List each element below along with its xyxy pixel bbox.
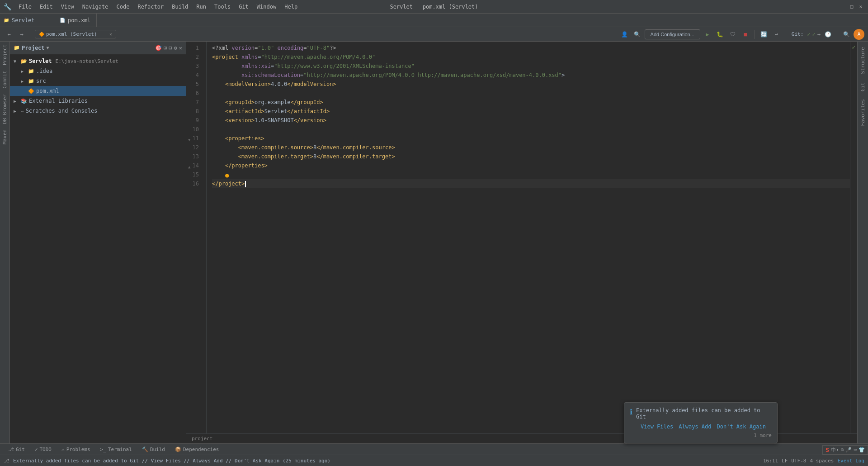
build-tab-label: Build (150, 447, 165, 452)
right-tab-git[interactable]: Git (858, 79, 868, 95)
menu-bar: 🔧 File Edit View Navigate Code Refactor … (4, 2, 301, 12)
close-button[interactable]: ✕ (857, 3, 864, 10)
code-line-12-content: <maven.compiler.source>8</maven.compiler… (212, 143, 395, 152)
fold-icon-14[interactable]: ▲ (188, 162, 190, 171)
run-button[interactable]: ▶ (702, 29, 713, 40)
event-log-label[interactable]: Event Log (837, 458, 864, 464)
bottom-tab-git[interactable]: ⎇ Git (4, 445, 29, 454)
collapse-all-icon[interactable]: ⊟ (169, 45, 172, 51)
line-num-11: ▼ 11 (186, 134, 203, 143)
fold-icon-11[interactable]: ▼ (188, 135, 190, 144)
indent-setting[interactable]: 4 spaces (810, 458, 834, 464)
right-tab-structure[interactable]: Structure (858, 43, 868, 78)
minimize-button[interactable]: — (839, 3, 846, 10)
menu-code[interactable]: Code (113, 2, 133, 12)
bottom-tab-todo[interactable]: ✓ TODO (30, 445, 56, 454)
maximize-button[interactable]: □ (848, 3, 855, 10)
tree-item-src[interactable]: ▶ 📁 src (10, 76, 186, 86)
menu-build[interactable]: Build (168, 2, 192, 12)
menu-refactor[interactable]: Refactor (134, 2, 167, 12)
encoding[interactable]: UTF-8 (791, 458, 806, 464)
revert-button[interactable]: ↩ (771, 29, 782, 40)
menu-edit[interactable]: Edit (36, 2, 57, 12)
line-num-4: 4 (186, 71, 203, 80)
left-panel-project[interactable]: Project (0, 42, 9, 68)
menu-navigate[interactable]: Navigate (79, 2, 112, 12)
menu-tools[interactable]: Tools (211, 2, 234, 12)
menu-help[interactable]: Help (281, 2, 301, 12)
code-line-9: <version>1.0-SNAPSHOT</version> (212, 116, 850, 125)
view-files-link[interactable]: View Files (641, 423, 673, 430)
menu-run[interactable]: Run (193, 2, 210, 12)
tree-item-servlet-root[interactable]: ▼ 📂 Servlet E:\java-notes\Servlet (10, 56, 186, 66)
dont-ask-link[interactable]: Don't Ask Again (717, 423, 766, 430)
tree-item-scratches[interactable]: ▶ ✏ Scratches and Consoles (10, 106, 186, 116)
emoji-icon: ☺ (841, 447, 844, 453)
find-button[interactable]: 🔍 (841, 29, 852, 40)
code-editor[interactable]: <?xml version="1.0" encoding="UTF-8"?> <… (207, 42, 850, 433)
status-message: Externally added files can be added to G… (13, 458, 760, 464)
code-container[interactable]: 1 2 3 4 5 6 7 8 9 10 ▼ 11 12 13 ▲ 14 (186, 42, 857, 433)
bottom-tab-problems[interactable]: ⚠ Problems (57, 445, 95, 454)
project-tab[interactable]: 📁 Servlet (0, 14, 54, 27)
open-tab-indicator[interactable]: 🔶 pom.xml (Servlet) ✕ (35, 30, 116, 38)
line-num-15: 15 (186, 170, 203, 179)
shirt-icon: 👕 (859, 447, 865, 453)
code-line-1-content: <?xml version="1.0" encoding="UTF-8"?> (212, 43, 336, 52)
hide-panel-icon[interactable]: ✕ (179, 45, 182, 51)
right-tab-favorites[interactable]: Favorites (858, 95, 868, 130)
line-num-14: ▲ 14 (186, 161, 203, 170)
menu-file[interactable]: File (15, 2, 35, 12)
update-button[interactable]: 🔄 (759, 29, 769, 40)
line-num-16: 16 (186, 179, 203, 188)
locate-icon[interactable]: 🎯 (155, 45, 162, 51)
main-toolbar: ← → 🔶 pom.xml (Servlet) ✕ 👤 🔍 Add Config… (0, 27, 868, 42)
code-line-2-content: <project xmlns="http://maven.apache.org/… (212, 52, 375, 62)
stop-button[interactable]: ■ (740, 29, 751, 40)
user-icon[interactable]: 👤 (619, 29, 630, 40)
code-line-3-content: xmlns:xsi="http://www.w3.org/2001/XMLSch… (212, 62, 415, 71)
forward-button[interactable]: → (16, 29, 27, 40)
menu-window[interactable]: Window (253, 2, 280, 12)
close-tab-icon[interactable]: ✕ (109, 32, 112, 37)
notification-actions: View Files Always Add Don't Ask Again (630, 423, 772, 430)
left-panel-commit[interactable]: Commit (0, 68, 9, 91)
code-line-3: xmlns:xsi="http://www.w3.org/2001/XMLSch… (212, 62, 850, 71)
bottom-tab-build[interactable]: 🔨 Build (137, 445, 170, 454)
tree-item-external-libs[interactable]: ▶ 📚 External Libraries (10, 96, 186, 106)
code-line-16: </project> (212, 179, 850, 188)
notification-more[interactable]: 1 more (630, 433, 772, 438)
tree-item-pom[interactable]: 🔶 pom.xml (10, 86, 186, 96)
notification-info-icon: ℹ (630, 408, 632, 416)
project-tab-icon: 📁 (4, 18, 9, 23)
left-panel-maven[interactable]: Maven (0, 127, 9, 147)
status-bar: ⎇ Externally added files can be added to… (0, 455, 868, 466)
ext-libs-folder-icon: 📚 (21, 98, 27, 104)
git-history-button[interactable]: 🕐 (822, 29, 833, 40)
cursor-position[interactable]: 16:11 (763, 458, 778, 464)
ime-indicator: 中• (831, 447, 839, 453)
expand-all-icon[interactable]: ⊞ (164, 45, 167, 51)
git-tab-icon: ⎇ (8, 447, 14, 452)
menu-view[interactable]: View (57, 2, 78, 12)
back-button[interactable]: ← (4, 29, 14, 40)
debug-button[interactable]: 🐛 (715, 29, 726, 40)
project-dropdown-arrow[interactable]: ▼ (47, 45, 49, 50)
bottom-tab-dependencies[interactable]: 📦 Dependencies (170, 445, 223, 454)
todo-tab-icon: ✓ (35, 447, 38, 452)
bottom-tab-terminal[interactable]: >_ Terminal (96, 445, 137, 454)
profile-button[interactable]: A (854, 29, 864, 40)
pom-tab[interactable]: 📄 pom.xml (54, 14, 97, 27)
settings-icon[interactable]: ⚙ (174, 45, 177, 51)
right-panel-tabs: Structure Git Favorites (857, 42, 868, 443)
line-num-5: 5 (186, 80, 203, 89)
tree-item-idea[interactable]: ▶ 📁 .idea (10, 66, 186, 76)
left-panel-db-browser[interactable]: DB Browser (0, 91, 9, 127)
scratches-label: Scratches and Consoles (26, 108, 98, 114)
always-add-link[interactable]: Always Add (679, 423, 711, 430)
line-separator[interactable]: LF (782, 458, 788, 464)
menu-git[interactable]: Git (235, 2, 252, 12)
coverage-button[interactable]: 🛡 (727, 29, 738, 40)
search-everywhere-icon[interactable]: 🔍 (632, 29, 643, 40)
add-configuration-button[interactable]: Add Configuration... (645, 29, 700, 39)
